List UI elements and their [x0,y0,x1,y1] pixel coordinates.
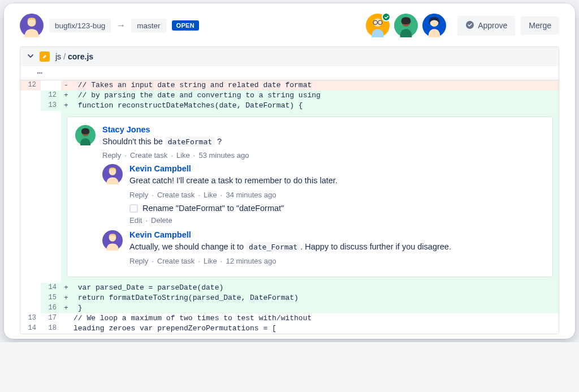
edit-action[interactable]: Edit [129,216,142,225]
delete-action[interactable]: Delete [151,216,172,225]
line-number-new: 15 [41,293,61,303]
line-number-old [20,283,41,293]
code-content: // Takes an input date string and relate… [71,80,559,91]
comment-actions: Reply· Create task· Like· 12 minutes ago [129,257,542,265]
line-number-old [20,101,41,111]
diff-line[interactable]: 15+ return formatDateToString(parsed_Dat… [20,293,559,303]
comment-replies: Kevin Campbell Great catch! I'll create … [102,164,542,265]
diff-symbol [61,313,71,324]
comment: Kevin Campbell Great catch! I'll create … [102,164,542,225]
comment-author[interactable]: Kevin Campbell [129,230,542,239]
code-content: // We loop a maximum of two times to tes… [71,313,559,324]
line-number-new: 18 [41,324,61,334]
code-content: // by parsing the date and converting to… [71,91,559,101]
diff-line[interactable]: 14+ var parsed_Date = parseDate(date) [20,283,559,293]
reviewers-list [366,14,446,37]
like-action[interactable]: Like [204,191,217,199]
like-action[interactable]: Like [204,257,217,265]
code-content: function reconstructDateMatches(date, Da… [71,101,559,111]
pr-window: bugfix/123-bug → master OPEN Approve [4,3,575,339]
create-task-action[interactable]: Create task [130,151,167,160]
create-task-action[interactable]: Create task [157,191,195,199]
comment-text: Great catch! I'll create a task to remem… [129,175,542,187]
line-number-new [41,80,61,91]
reply-action[interactable]: Reply [129,191,148,199]
comment-author[interactable]: Stacy Jones [102,125,542,134]
status-badge: OPEN [172,20,199,31]
task-item: Rename "DateFormat" to "dateFormat" [129,204,542,213]
comment-time: 12 minutes ago [226,257,276,265]
file-header[interactable]: js/core.js [20,47,559,66]
comment-author[interactable]: Kevin Campbell [129,164,542,173]
author-avatar[interactable] [20,14,44,37]
comment-avatar[interactable] [102,164,123,184]
code-content: return formatDateToString(parsed_Date, D… [71,293,559,303]
line-number-new: 14 [41,283,61,293]
line-number-old: 12 [20,80,41,91]
reply-action[interactable]: Reply [102,151,121,160]
diff-line[interactable]: 12+ // by parsing the date and convertin… [20,91,559,101]
comment: Kevin Campbell Actually, we should chang… [102,230,542,265]
approve-button[interactable]: Approve [457,16,515,36]
task-actions: Edit· Delete [129,216,542,225]
reply-action[interactable]: Reply [129,257,148,265]
diff-line[interactable]: 13+ function reconstructDateMatches(date… [20,101,559,111]
comment-thread: Stacy Jones Shouldn't this be dateFormat… [67,117,553,277]
line-number-old: 14 [20,324,41,334]
code-inline: date_Format [246,242,300,252]
inline-comment-row: Stacy Jones Shouldn't this be dateFormat… [20,111,559,283]
task-checkbox[interactable] [129,204,138,213]
diff-table: ⋯ 12- // Takes an input date string and … [20,66,559,334]
create-task-action[interactable]: Create task [157,257,195,265]
diff-symbol: + [61,101,71,111]
merge-button[interactable]: Merge [521,16,559,35]
diff-line[interactable]: 1418leading zeroes var prependZeroPermut… [20,324,559,334]
diff-symbol: + [61,283,71,293]
check-circle-icon [465,20,474,31]
line-number-new: 12 [41,91,61,101]
reviewer-avatar-1[interactable] [366,14,390,37]
arrow-icon: → [116,20,126,31]
target-branch[interactable]: master [131,19,166,33]
comment-text: Shouldn't this be dateFormat ? [102,136,542,148]
comment-avatar[interactable] [102,230,123,251]
line-number-new: 13 [41,101,61,111]
file-path: js/core.js [55,52,93,61]
comment-time: 53 minutes ago [198,151,249,160]
line-number-old: 13 [20,313,41,324]
code-content: var parsed_Date = parseDate(date) [71,283,559,293]
diff-line[interactable]: 16+ } [20,303,559,313]
comment-actions: Reply· Create task· Like· 53 minutes ago [102,151,542,160]
line-number-new: 16 [41,303,61,313]
comment-avatar[interactable] [75,125,96,145]
line-number-new: 17 [41,313,61,324]
expand-context-row[interactable]: ⋯ [20,66,559,80]
comment: Stacy Jones Shouldn't this be dateFormat… [75,125,542,160]
code-inline: dateFormat [165,137,215,147]
diff-line[interactable]: 1317// We loop a maximum of two times to… [20,313,559,324]
comment-actions: Reply· Create task· Like· 34 minutes ago [129,191,542,199]
line-number-old [20,303,41,313]
diff-symbol: - [61,80,71,91]
diff-line[interactable]: 12- // Takes an input date string and re… [20,80,559,91]
like-action[interactable]: Like [176,151,190,160]
diff-symbol: + [61,91,71,101]
diff-symbol: + [61,293,71,303]
line-number-old [20,91,41,101]
reviewer-avatar-2[interactable] [394,14,418,37]
file-modified-icon [40,51,50,62]
file-diff-block: js/core.js ⋯ 12- // Takes an input date … [20,46,559,334]
chevron-down-icon[interactable] [27,52,34,61]
code-content: } [71,303,559,313]
pr-header: bugfix/123-bug → master OPEN Approve [4,3,575,42]
task-text: Rename "DateFormat" to "dateFormat" [142,204,284,213]
approve-label: Approve [478,21,507,30]
reviewer-avatar-3[interactable] [422,14,446,37]
diff-symbol [61,324,71,334]
comment-time: 34 minutes ago [226,191,276,199]
code-content: leading zeroes var prependZeroPermutatio… [71,324,559,334]
diff-symbol: + [61,303,71,313]
comment-text: Actually, we should change it to date_Fo… [129,241,542,253]
line-number-old [20,293,41,303]
source-branch[interactable]: bugfix/123-bug [49,19,111,33]
